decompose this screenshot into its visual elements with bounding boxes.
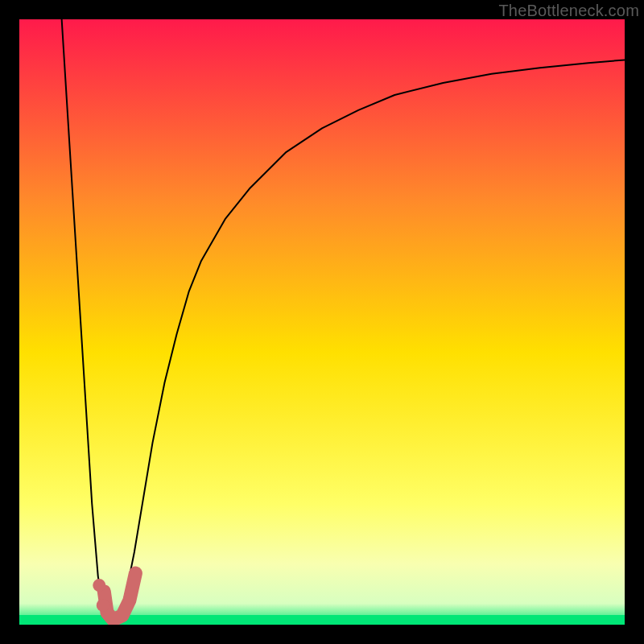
- marker-b: [97, 599, 109, 612]
- chart-frame: TheBottleneck.com: [0, 0, 644, 644]
- watermark-text: TheBottleneck.com: [498, 2, 639, 20]
- chart-canvas: [19, 19, 625, 625]
- marker-a: [93, 579, 105, 592]
- plot-background: [19, 19, 625, 625]
